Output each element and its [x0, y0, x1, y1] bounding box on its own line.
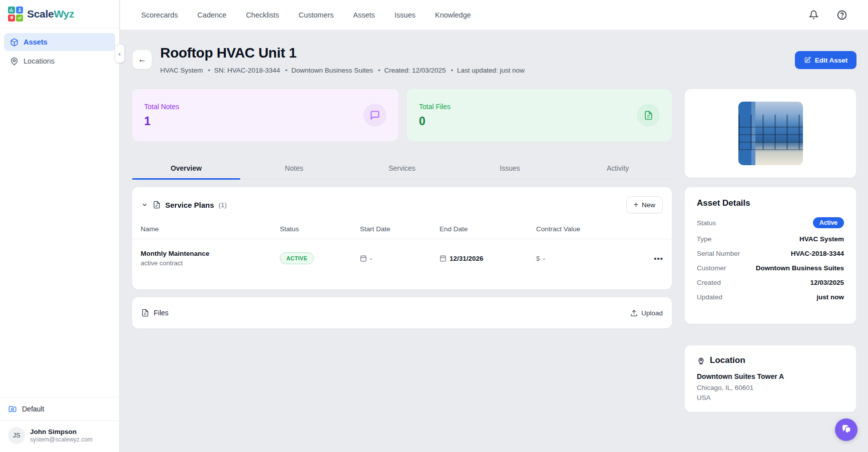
location-card: Location Downtown Suites Tower A Chicago…	[685, 345, 856, 412]
plan-name: Monthly Maintenance	[141, 250, 280, 257]
location-city: Chicago, IL, 60601	[697, 383, 844, 393]
sidebar-item-assets[interactable]: Assets	[4, 33, 115, 51]
avatar: JS	[8, 427, 25, 444]
brand-logo[interactable]: ScaleWyz	[0, 0, 119, 28]
upload-icon	[630, 309, 638, 317]
edit-asset-label: Edit Asset	[815, 57, 848, 64]
upload-label: Upload	[641, 309, 663, 317]
plan-status-badge: ACTIVE	[280, 252, 314, 264]
meta-type: HVAC System	[160, 67, 203, 74]
upload-button[interactable]: Upload	[630, 309, 663, 317]
tab-issues[interactable]: Issues	[456, 157, 564, 179]
user-name: John Simpson	[30, 428, 93, 436]
service-plans-title: Service Plans	[165, 201, 214, 209]
meta-updated: Last updated: just now	[451, 67, 525, 74]
new-button-label: New	[642, 201, 655, 209]
topnav-knowledge[interactable]: Knowledge	[435, 11, 471, 19]
top-navigation: Scorecards Cadence Checklists Customers …	[120, 11, 471, 19]
document-icon	[153, 201, 161, 209]
sidebar-nav: Assets Locations	[0, 28, 119, 76]
notes-icon-badge	[363, 104, 386, 127]
sidebar-footer: Default JS John Simpson system@scalewyz.…	[0, 397, 119, 452]
asset-image-card	[685, 89, 856, 178]
chat-bubbles-icon	[840, 424, 852, 436]
tab-services[interactable]: Services	[348, 157, 456, 179]
help-icon[interactable]	[837, 10, 847, 20]
user-email: system@scalewyz.com	[30, 436, 93, 443]
service-plans-count: (1)	[219, 201, 227, 209]
chat-bubble-icon	[370, 110, 380, 120]
col-status: Status	[280, 225, 360, 233]
logo-chart-icon	[8, 7, 15, 14]
edit-asset-button[interactable]: Edit Asset	[795, 51, 856, 69]
logo-pin-icon	[8, 15, 15, 22]
plan-end-date: 12/31/2026	[440, 255, 536, 262]
calendar-icon	[440, 255, 447, 262]
page-meta: HVAC System SN: HVAC-2018-3344 Downtown …	[160, 67, 525, 74]
page-title: Rooftop HVAC Unit 1	[160, 45, 296, 61]
topnav-cadence[interactable]: Cadence	[197, 11, 226, 19]
total-notes-label: Total Notes	[144, 103, 179, 111]
total-files-value: 0	[419, 115, 451, 128]
topnav-scorecards[interactable]: Scorecards	[141, 11, 178, 19]
cube-icon	[10, 38, 19, 47]
brand-name: ScaleWyz	[27, 8, 74, 20]
meta-serial: SN: HVAC-2018-3344	[208, 67, 280, 74]
detail-row-type: Type HVAC System	[697, 235, 844, 243]
calendar-icon	[360, 255, 367, 262]
file-icon	[644, 111, 653, 120]
logo-check-icon	[16, 15, 23, 22]
asset-details-card: Asset Details Status Active Type HVAC Sy…	[685, 187, 856, 324]
topnav-assets[interactable]: Assets	[353, 11, 375, 19]
app-root: ScaleWyz Assets Locations Default JS Joh…	[0, 0, 868, 452]
detail-row-status: Status Active	[697, 217, 844, 228]
total-notes-card: Total Notes 1	[132, 89, 398, 141]
edit-pencil-icon	[804, 57, 811, 64]
total-files-label: Total Files	[419, 103, 451, 111]
meta-customer: Downtown Business Suites	[285, 67, 373, 74]
sidebar-collapse-button[interactable]: ‹	[115, 44, 125, 63]
notifications-bell-icon[interactable]	[809, 10, 818, 20]
new-service-plan-button[interactable]: + New	[626, 196, 663, 213]
location-header: Location	[697, 355, 844, 365]
service-plans-header: Service Plans (1) + New	[132, 187, 672, 219]
tab-activity[interactable]: Activity	[564, 157, 672, 179]
sidebar: ScaleWyz Assets Locations Default JS Joh…	[0, 0, 120, 452]
files-card: Files Upload	[132, 297, 672, 328]
user-menu[interactable]: JS John Simpson system@scalewyz.com	[0, 420, 119, 452]
col-name: Name	[141, 225, 280, 233]
service-plan-row[interactable]: Monthly Maintenance active contract ACTI…	[132, 239, 672, 277]
asset-photo[interactable]	[738, 102, 803, 165]
back-button[interactable]: ←	[133, 50, 152, 69]
tab-notes[interactable]: Notes	[240, 157, 348, 179]
status-badge: Active	[813, 217, 844, 228]
row-actions-menu[interactable]: •••	[654, 254, 663, 263]
sidebar-item-locations[interactable]: Locations	[4, 52, 115, 70]
location-name: Downtown Suites Tower A	[697, 372, 844, 380]
chat-widget-button[interactable]	[835, 418, 857, 441]
files-title: Files	[154, 309, 169, 317]
brand-logo-icon	[8, 7, 23, 22]
workspace-selector[interactable]: Default	[0, 397, 119, 420]
plan-contract-value: $ -	[536, 255, 626, 262]
sidebar-item-label: Assets	[24, 38, 48, 46]
col-end-date: End Date	[440, 225, 536, 233]
document-icon	[141, 309, 149, 317]
location-country: USA	[697, 393, 844, 403]
topnav-checklists[interactable]: Checklists	[246, 11, 279, 19]
service-plans-table-header: Name Status Start Date End Date Contract…	[132, 219, 672, 239]
map-pin-icon	[697, 356, 705, 365]
topbar-actions	[809, 10, 868, 20]
arrow-left-icon: ←	[138, 55, 147, 65]
plan-subtitle: active contract	[141, 259, 280, 267]
col-contract-value: Contract Value	[536, 225, 626, 233]
chevron-down-icon[interactable]	[141, 201, 148, 208]
logo-person-icon	[16, 7, 23, 14]
meta-created: Created: 12/03/2025	[378, 67, 446, 74]
topnav-issues[interactable]: Issues	[394, 11, 415, 19]
tab-overview[interactable]: Overview	[132, 157, 240, 179]
plan-start-date: -	[360, 255, 440, 262]
files-icon-badge	[637, 104, 660, 127]
service-plans-card: Service Plans (1) + New Name Status Star…	[132, 187, 672, 289]
topnav-customers[interactable]: Customers	[298, 11, 333, 19]
